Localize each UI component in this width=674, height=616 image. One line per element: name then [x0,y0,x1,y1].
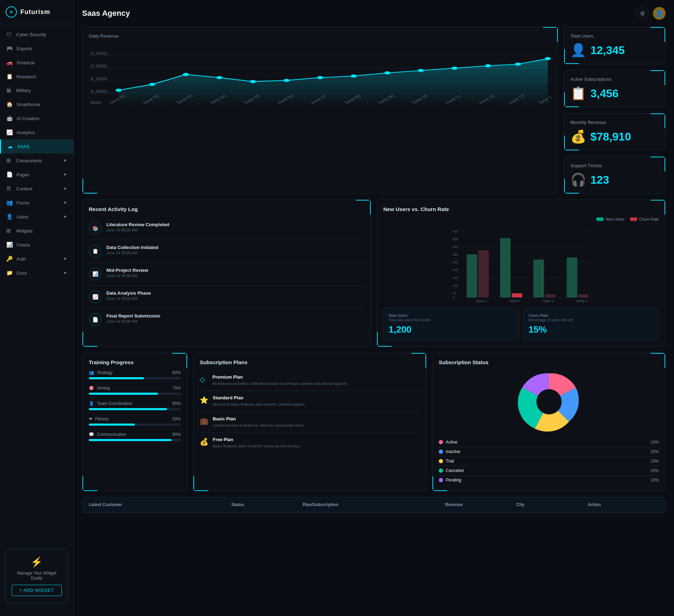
sidebar-item-saas[interactable]: ☁ SAAS [0,139,73,153]
training-item: 👤 Team Coordination 85% [89,401,181,410]
pie-legend-item: Inactive 10% [439,447,659,457]
nav-icon: 🏠 [6,101,13,107]
sidebar-item-cyber-security[interactable]: 🛡 Cyber Security [0,28,73,41]
svg-text:450: 450 [453,230,458,233]
training-icon: 👥 [89,370,94,375]
daily-revenue-title: Daily Revenue [89,33,551,39]
activity-time: June 14 09:00 AM [106,228,169,232]
sidebar-item-smarthome[interactable]: 🏠 Smarthome [0,97,73,111]
monthly-revenue-card: Monthly Revenue 💰 $78,910 [564,113,666,151]
col-plan: Plan/Subscription [303,502,445,507]
sidebar-item-content[interactable]: ☰ Content ▼ [0,182,73,196]
activity-item: 📄 Final Report Submission June 14 09:00 … [89,308,364,331]
svg-text:200: 200 [453,268,458,272]
svg-text:Week 4: Week 4 [576,299,587,303]
logo-area: ✦ Futurism [0,0,73,24]
sidebar-item-research[interactable]: 📋 Research [0,70,73,84]
pie-pct: 10% [650,459,659,464]
svg-rect-58 [534,260,544,297]
svg-rect-59 [545,294,556,297]
page-header: Saas Agency ⚙ 👤 [82,7,666,20]
nav-label: Components [16,158,42,163]
sidebar-item-users[interactable]: 👤 Users ▼ [0,210,73,224]
nav-icon: 📄 [6,171,13,178]
activity-log-card: Recent Activity Log 📚 Literature Review … [82,199,371,347]
activity-dot: 📚 [89,222,101,235]
activity-content: Literature Review Completed June 14 09:0… [106,222,169,232]
sidebar-item-smartcar[interactable]: 🚗 Smartcar [0,55,73,70]
chart-legend: New Users Churn Rate [383,217,659,221]
nav-label: Users [16,214,28,219]
nav-icon: ⊞ [6,228,13,234]
nav-arrow: ▼ [63,257,67,261]
svg-rect-62 [579,294,589,297]
svg-text:50: 50 [453,291,456,295]
nav-label: AI Creation [16,116,39,121]
sidebar-item-military[interactable]: 🏛 Military [0,84,73,97]
activity-time: June 14 09:00 AM [106,251,158,255]
svg-text:1,000: 1,000 [90,89,107,93]
plan-content: Premium Plan All features included. Unli… [212,374,348,386]
revenue-icon: 💰 [570,129,586,144]
sidebar-item-analytics[interactable]: 📈 Analytics [0,125,73,139]
activity-content: Data Analysis Phase June 14 09:00 AM [106,290,151,301]
sidebar-item-components[interactable]: ⊞ Components ▼ [0,153,73,168]
settings-button[interactable]: ⚙ [636,7,649,20]
sidebar-item-pages[interactable]: 📄 Pages ▼ [0,168,73,182]
plan-name: Premium Plan [212,374,348,380]
active-subs-card: Active Subscriptions 📋 3,456 [564,70,666,107]
sidebar: ✦ Futurism 🛡 Cyber Security 🎮 Esports 🚗 … [0,0,74,616]
sidebar-item-docs[interactable]: 📁 Docs ▼ [0,266,73,280]
svg-point-18 [418,69,424,72]
activity-time: June 14 09:00 AM [106,274,148,278]
svg-point-9 [116,89,122,92]
nav-icon: 📋 [6,73,13,80]
activity-list: 📚 Literature Review Completed June 14 09… [89,217,364,331]
training-item: 🎯 Aiming 75% [89,386,181,395]
svg-text:2,500: 2,500 [90,51,107,55]
sidebar-item-charts[interactable]: 📊 Charts [0,238,73,252]
support-tickets-title: Support Tickets [570,163,659,168]
svg-point-15 [317,76,323,79]
svg-point-21 [515,63,521,66]
activity-item: 📈 Data Analysis Phase June 14 09:00 AM [89,286,364,308]
activity-dot: 📋 [89,245,101,257]
svg-point-64 [536,389,562,414]
svg-point-20 [485,64,491,67]
training-name: 👥 Strategy [89,370,113,375]
sidebar-item-esports[interactable]: 🎮 Esports [0,41,73,55]
churn-legend-dot [630,217,637,221]
activity-title: Final Report Submission [106,313,160,319]
progress-bar-bg [89,424,181,426]
avatar: 👤 [653,7,666,20]
svg-point-12 [217,76,223,79]
pie-legend: Active 10% Inactive 10% Trial 10% Cancel… [439,438,659,485]
churn-rate-summary: Churn Rate Percentage of users who left.… [523,308,659,340]
add-widget-button[interactable]: + ADD WIDGET [12,585,62,596]
new-users-summary: New Users Total new users this month. 1,… [383,308,519,340]
svg-text:1,500: 1,500 [90,77,107,80]
subs-icon: 📋 [570,86,586,101]
pie-legend-item: Pending 10% [439,476,659,485]
nav-icon: 📈 [6,129,13,136]
pie-dot [439,450,443,454]
activity-item: 📊 Mid-Project Review June 14 09:00 AM [89,263,364,286]
sidebar-item-forms[interactable]: 👥 Forms ▼ [0,196,73,210]
sidebar-item-widgets[interactable]: ⊞ Widgets [0,224,73,238]
progress-bar-fill [89,377,144,379]
training-name: ❤ Fitness [89,417,109,421]
col-revenue: Revenue [445,502,516,507]
activity-time: June 14 09:00 AM [106,319,160,323]
svg-point-11 [183,73,189,76]
svg-point-16 [351,74,357,78]
sidebar-item-auth[interactable]: 🔑 Auth ▼ [0,252,73,266]
nav-label: Military [16,88,31,93]
nav-label: Auth [16,256,26,262]
sidebar-item-ai-creation[interactable]: 🤖 AI Creation [0,111,73,125]
pie-pct: 10% [650,440,659,445]
progress-bar-fill [89,424,135,426]
training-card: Training Progress 👥 Strategy 60% 🎯 Aimin… [82,353,187,491]
pie-dot [439,468,443,473]
legend-churn-rate: Churn Rate [630,217,659,221]
plan-item: 💼 Basic Plan Limited access to features.… [200,412,420,433]
